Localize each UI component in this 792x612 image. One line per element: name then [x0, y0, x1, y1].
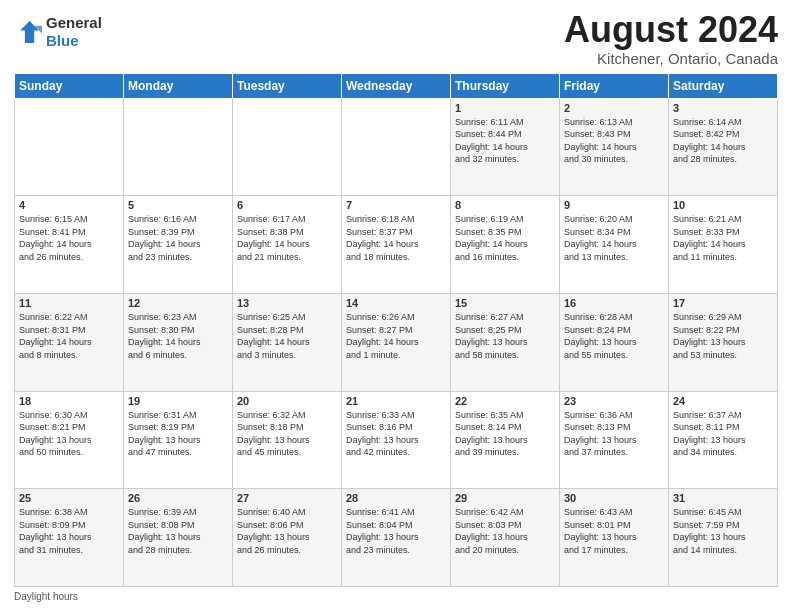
day-number: 23 [564, 395, 664, 407]
calendar-week-row: 4Sunrise: 6:15 AMSunset: 8:41 PMDaylight… [15, 196, 778, 294]
day-info: Sunrise: 6:35 AMSunset: 8:14 PMDaylight:… [455, 409, 555, 459]
calendar-cell: 18Sunrise: 6:30 AMSunset: 8:21 PMDayligh… [15, 391, 124, 489]
day-info: Sunrise: 6:42 AMSunset: 8:03 PMDaylight:… [455, 506, 555, 556]
header-day: Wednesday [342, 73, 451, 98]
calendar-cell: 1Sunrise: 6:11 AMSunset: 8:44 PMDaylight… [451, 98, 560, 196]
day-number: 19 [128, 395, 228, 407]
day-number: 6 [237, 199, 337, 211]
calendar-cell: 22Sunrise: 6:35 AMSunset: 8:14 PMDayligh… [451, 391, 560, 489]
calendar-cell: 8Sunrise: 6:19 AMSunset: 8:35 PMDaylight… [451, 196, 560, 294]
day-info: Sunrise: 6:22 AMSunset: 8:31 PMDaylight:… [19, 311, 119, 361]
header-row: SundayMondayTuesdayWednesdayThursdayFrid… [15, 73, 778, 98]
day-number: 12 [128, 297, 228, 309]
header-day: Sunday [15, 73, 124, 98]
logo-text: General Blue [46, 14, 102, 50]
day-number: 10 [673, 199, 773, 211]
day-number: 28 [346, 492, 446, 504]
calendar-cell: 7Sunrise: 6:18 AMSunset: 8:37 PMDaylight… [342, 196, 451, 294]
calendar-page: General Blue August 2024 Kitchener, Onta… [0, 0, 792, 612]
footer-label: Daylight hours [14, 591, 78, 602]
day-info: Sunrise: 6:25 AMSunset: 8:28 PMDaylight:… [237, 311, 337, 361]
day-number: 21 [346, 395, 446, 407]
calendar-cell: 23Sunrise: 6:36 AMSunset: 8:13 PMDayligh… [560, 391, 669, 489]
calendar-cell: 15Sunrise: 6:27 AMSunset: 8:25 PMDayligh… [451, 293, 560, 391]
logo-line1: General [46, 14, 102, 31]
day-info: Sunrise: 6:37 AMSunset: 8:11 PMDaylight:… [673, 409, 773, 459]
day-info: Sunrise: 6:16 AMSunset: 8:39 PMDaylight:… [128, 213, 228, 263]
location-subtitle: Kitchener, Ontario, Canada [564, 50, 778, 67]
day-number: 24 [673, 395, 773, 407]
day-number: 15 [455, 297, 555, 309]
day-number: 11 [19, 297, 119, 309]
day-info: Sunrise: 6:30 AMSunset: 8:21 PMDaylight:… [19, 409, 119, 459]
day-number: 14 [346, 297, 446, 309]
footer: Daylight hours [14, 591, 778, 602]
day-info: Sunrise: 6:23 AMSunset: 8:30 PMDaylight:… [128, 311, 228, 361]
calendar-week-row: 1Sunrise: 6:11 AMSunset: 8:44 PMDaylight… [15, 98, 778, 196]
calendar-cell: 24Sunrise: 6:37 AMSunset: 8:11 PMDayligh… [669, 391, 778, 489]
day-number: 4 [19, 199, 119, 211]
calendar-cell: 29Sunrise: 6:42 AMSunset: 8:03 PMDayligh… [451, 489, 560, 587]
day-number: 16 [564, 297, 664, 309]
calendar-cell: 20Sunrise: 6:32 AMSunset: 8:18 PMDayligh… [233, 391, 342, 489]
day-number: 7 [346, 199, 446, 211]
calendar-cell: 19Sunrise: 6:31 AMSunset: 8:19 PMDayligh… [124, 391, 233, 489]
day-info: Sunrise: 6:32 AMSunset: 8:18 PMDaylight:… [237, 409, 337, 459]
calendar-cell: 11Sunrise: 6:22 AMSunset: 8:31 PMDayligh… [15, 293, 124, 391]
day-info: Sunrise: 6:26 AMSunset: 8:27 PMDaylight:… [346, 311, 446, 361]
calendar-cell: 6Sunrise: 6:17 AMSunset: 8:38 PMDaylight… [233, 196, 342, 294]
day-info: Sunrise: 6:17 AMSunset: 8:38 PMDaylight:… [237, 213, 337, 263]
calendar-cell [233, 98, 342, 196]
calendar-cell: 5Sunrise: 6:16 AMSunset: 8:39 PMDaylight… [124, 196, 233, 294]
calendar-week-row: 25Sunrise: 6:38 AMSunset: 8:09 PMDayligh… [15, 489, 778, 587]
day-number: 1 [455, 102, 555, 114]
day-number: 9 [564, 199, 664, 211]
day-info: Sunrise: 6:18 AMSunset: 8:37 PMDaylight:… [346, 213, 446, 263]
day-info: Sunrise: 6:38 AMSunset: 8:09 PMDaylight:… [19, 506, 119, 556]
calendar-cell: 14Sunrise: 6:26 AMSunset: 8:27 PMDayligh… [342, 293, 451, 391]
day-info: Sunrise: 6:41 AMSunset: 8:04 PMDaylight:… [346, 506, 446, 556]
day-info: Sunrise: 6:14 AMSunset: 8:42 PMDaylight:… [673, 116, 773, 166]
main-title: August 2024 [564, 10, 778, 50]
calendar-cell: 27Sunrise: 6:40 AMSunset: 8:06 PMDayligh… [233, 489, 342, 587]
calendar-week-row: 11Sunrise: 6:22 AMSunset: 8:31 PMDayligh… [15, 293, 778, 391]
calendar-cell: 26Sunrise: 6:39 AMSunset: 8:08 PMDayligh… [124, 489, 233, 587]
calendar-cell: 25Sunrise: 6:38 AMSunset: 8:09 PMDayligh… [15, 489, 124, 587]
day-info: Sunrise: 6:11 AMSunset: 8:44 PMDaylight:… [455, 116, 555, 166]
day-number: 29 [455, 492, 555, 504]
day-number: 2 [564, 102, 664, 114]
header-day: Thursday [451, 73, 560, 98]
calendar-cell [124, 98, 233, 196]
day-number: 25 [19, 492, 119, 504]
day-info: Sunrise: 6:45 AMSunset: 7:59 PMDaylight:… [673, 506, 773, 556]
calendar-cell [15, 98, 124, 196]
calendar-cell: 17Sunrise: 6:29 AMSunset: 8:22 PMDayligh… [669, 293, 778, 391]
logo-line2: Blue [46, 32, 102, 50]
day-info: Sunrise: 6:33 AMSunset: 8:16 PMDaylight:… [346, 409, 446, 459]
day-number: 13 [237, 297, 337, 309]
calendar-cell: 3Sunrise: 6:14 AMSunset: 8:42 PMDaylight… [669, 98, 778, 196]
day-info: Sunrise: 6:28 AMSunset: 8:24 PMDaylight:… [564, 311, 664, 361]
calendar-cell: 28Sunrise: 6:41 AMSunset: 8:04 PMDayligh… [342, 489, 451, 587]
day-number: 22 [455, 395, 555, 407]
day-info: Sunrise: 6:27 AMSunset: 8:25 PMDaylight:… [455, 311, 555, 361]
header-day: Friday [560, 73, 669, 98]
calendar-cell: 31Sunrise: 6:45 AMSunset: 7:59 PMDayligh… [669, 489, 778, 587]
day-number: 20 [237, 395, 337, 407]
day-info: Sunrise: 6:19 AMSunset: 8:35 PMDaylight:… [455, 213, 555, 263]
day-info: Sunrise: 6:15 AMSunset: 8:41 PMDaylight:… [19, 213, 119, 263]
calendar-table: SundayMondayTuesdayWednesdayThursdayFrid… [14, 73, 778, 587]
day-info: Sunrise: 6:29 AMSunset: 8:22 PMDaylight:… [673, 311, 773, 361]
day-number: 31 [673, 492, 773, 504]
day-number: 5 [128, 199, 228, 211]
day-info: Sunrise: 6:20 AMSunset: 8:34 PMDaylight:… [564, 213, 664, 263]
calendar-cell: 2Sunrise: 6:13 AMSunset: 8:43 PMDaylight… [560, 98, 669, 196]
header-day: Saturday [669, 73, 778, 98]
logo-icon [14, 18, 42, 46]
calendar-cell: 13Sunrise: 6:25 AMSunset: 8:28 PMDayligh… [233, 293, 342, 391]
calendar-cell: 10Sunrise: 6:21 AMSunset: 8:33 PMDayligh… [669, 196, 778, 294]
calendar-cell: 9Sunrise: 6:20 AMSunset: 8:34 PMDaylight… [560, 196, 669, 294]
day-info: Sunrise: 6:40 AMSunset: 8:06 PMDaylight:… [237, 506, 337, 556]
day-number: 3 [673, 102, 773, 114]
calendar-cell: 16Sunrise: 6:28 AMSunset: 8:24 PMDayligh… [560, 293, 669, 391]
